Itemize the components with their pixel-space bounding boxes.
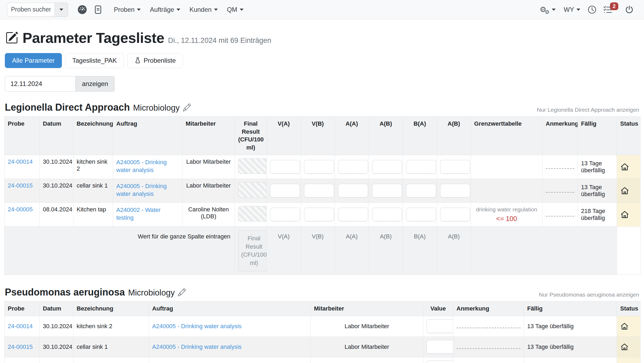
vb-input[interactable] (304, 208, 334, 222)
pencil-icon[interactable] (183, 103, 191, 111)
menu-auftraege[interactable]: Aufträge (150, 6, 180, 13)
table-row: 24-00005 08.04.2024 Kitchen tap A240002 … (5, 203, 641, 226)
probe-link[interactable]: 24-00014 (8, 158, 33, 165)
col-auftrag: Auftrag (149, 301, 311, 316)
bezeichnung-cell: Kitchen tap (73, 357, 149, 363)
filter-only-legionella-link[interactable]: Nur Legionella Direct Approach anzeigen (537, 107, 639, 113)
ab2-input[interactable] (440, 208, 470, 222)
datum-cell: 30.10.2024 (40, 316, 73, 336)
bulk-column-aa-button[interactable]: A(A) (346, 233, 358, 240)
mitarbeiter-cell: Labor Mitarbeiter (311, 336, 423, 357)
aa-input[interactable] (338, 160, 368, 174)
anmerkung-field[interactable] (546, 168, 574, 169)
bulk-column-ab-button[interactable]: A(B) (380, 233, 392, 240)
va-input[interactable] (270, 208, 300, 222)
home-icon (620, 322, 637, 331)
search-dropdown-button[interactable] (55, 3, 68, 17)
mitarbeiter-cell: Caroline Nolten (LDB) (311, 357, 423, 363)
ba-input[interactable] (406, 184, 436, 198)
anmerkung-field[interactable] (456, 327, 521, 328)
anzeigen-button[interactable]: anzeigen (76, 76, 115, 92)
menu-qm[interactable]: QM (227, 6, 244, 13)
value-input[interactable] (426, 340, 453, 354)
user-menu[interactable]: WY (564, 6, 580, 13)
checklist-icon[interactable]: 2 (603, 6, 612, 14)
anmerkung-field[interactable] (546, 192, 574, 193)
datum-cell: 08.04.2024 (40, 203, 73, 226)
grenzwert-cell: drinking water regulation <= 100 (471, 203, 542, 226)
tab-probenliste[interactable]: Probenliste (127, 53, 183, 68)
anmerkung-field[interactable] (456, 348, 521, 349)
auftrag-link[interactable]: A240005 - Drinking water analysis (152, 343, 242, 350)
pencil-icon[interactable] (178, 288, 186, 296)
faellig-cell: 218 Tage überfällig (578, 203, 617, 226)
ab-input[interactable] (372, 184, 402, 198)
vb-input[interactable] (304, 184, 334, 198)
page-subtitle: Di., 12.11.2024 mit 69 Einträgen (168, 36, 271, 45)
aa-input[interactable] (338, 184, 368, 198)
section-title-legionella: Legionella Direct Approach (5, 102, 130, 113)
va-input[interactable] (270, 184, 300, 198)
caret-down-icon (576, 9, 580, 11)
bezeichnung-cell: cellar sink 1 (73, 179, 113, 203)
auftrag-link[interactable]: A240005 - Drinking water analysis (116, 158, 179, 174)
speedometer-icon[interactable] (77, 5, 87, 14)
filter-only-pseudomonas-link[interactable]: Nur Pseudomonas aeruginosa anzeigen (539, 291, 639, 298)
ab2-input[interactable] (440, 160, 470, 174)
aa-input[interactable] (338, 208, 368, 222)
auftrag-link[interactable]: A240005 - Drinking water analysis (152, 323, 242, 330)
grenzwert-cell (471, 179, 542, 203)
menu-kunden[interactable]: Kunden (189, 6, 218, 13)
menu-proben[interactable]: Proben (114, 6, 141, 13)
vb-input[interactable] (304, 160, 334, 174)
ab-input[interactable] (372, 160, 402, 174)
bulk-column-va-button[interactable]: V(A) (278, 233, 290, 240)
final-result-input-disabled (238, 206, 267, 222)
probe-link[interactable]: 24-00014 (8, 323, 33, 330)
clock-icon[interactable] (588, 5, 596, 14)
bulk-column-ba-button[interactable]: B(A) (414, 233, 426, 240)
grenzwert-link[interactable]: drinking water regulation (474, 206, 539, 213)
table-row: 24-00015 30.10.2024 cellar sink 1 A24000… (5, 179, 641, 203)
col-ab: A(B) (369, 117, 403, 155)
col-aa: A(A) (335, 117, 369, 155)
ba-input[interactable] (406, 160, 436, 174)
probe-link[interactable]: 24-00015 (8, 182, 33, 189)
col-anmerkung: Anmerkung (542, 117, 578, 155)
gears-icon: ⚙⚙ (540, 6, 546, 13)
col-ba: B(A) (403, 117, 437, 155)
col-vb: V(B) (301, 117, 335, 155)
tab-tagesliste-pak[interactable]: Tagesliste_PAK (65, 53, 124, 68)
auftrag-link[interactable]: A240005 - Drinking water analysis (116, 182, 179, 198)
file-text-icon[interactable] (94, 5, 102, 14)
ba-input[interactable] (406, 208, 436, 222)
probe-link[interactable]: 24-00015 (8, 343, 33, 350)
power-icon[interactable] (625, 5, 634, 14)
va-input[interactable] (270, 160, 300, 174)
ab2-input[interactable] (440, 184, 470, 198)
faellig-cell: 13 Tage überfällig (578, 179, 617, 203)
bezeichnung-cell: kitchen sink 2 (73, 155, 113, 179)
bulk-entry-label: Wert für die ganze Spalte eintragen (5, 226, 235, 275)
table-row: 24-00014 30.10.2024 kitchen sink 2 A2400… (5, 155, 641, 179)
home-icon (620, 162, 637, 171)
bulk-column-vb-button[interactable]: V(B) (312, 233, 324, 240)
anmerkung-field[interactable] (546, 215, 574, 216)
value-input[interactable] (426, 361, 453, 363)
datum-cell: 30.10.2024 (40, 336, 73, 357)
probe-link[interactable]: 24-00005 (8, 206, 33, 213)
settings-menu[interactable]: ⚙⚙ (540, 6, 556, 13)
ab-input[interactable] (372, 208, 402, 222)
section-title-pseudomonas: Pseudomonas aeruginosa (5, 287, 125, 298)
date-input[interactable] (5, 76, 76, 92)
tab-alle-parameter[interactable]: Alle Parameter (5, 53, 62, 68)
value-input[interactable] (426, 319, 453, 333)
legionella-table: Probe Datum Bezeichnung Auftrag Mitarbei… (4, 116, 641, 275)
search-input[interactable] (7, 3, 55, 17)
bulk-column-ab2-button[interactable]: A(B) (448, 233, 460, 240)
parameter-filter-tabs: Alle Parameter Tagesliste_PAK Probenlist… (5, 53, 639, 68)
col-mitarbeiter: Mitarbeiter (311, 301, 423, 316)
col-value: Value (423, 301, 453, 316)
auftrag-link[interactable]: A240002 - Water testing (116, 206, 179, 222)
mitarbeiter-cell: Labor Mitarbeiter (311, 316, 423, 336)
